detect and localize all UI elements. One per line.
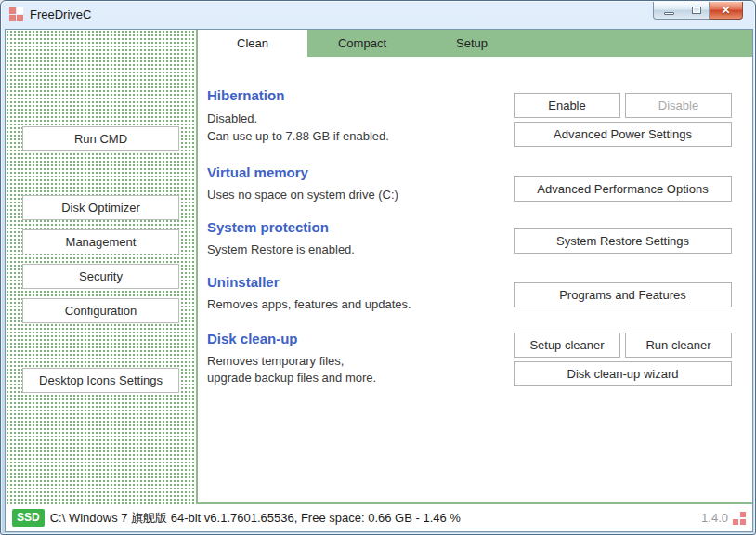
disk-cleanup-heading: Disk clean-up [207,331,298,346]
advanced-power-settings-button[interactable]: Advanced Power Settings [514,122,732,147]
security-button[interactable]: Security [22,264,179,289]
close-icon: ✕ [721,5,730,16]
disk-cleanup-line-1: Removes temporary files, [207,354,344,368]
titlebar: FreeDriveC ✕ [1,1,755,29]
management-button[interactable]: Management [22,229,179,254]
mini-logo-icon [733,512,746,525]
client-area: Run CMD Disk Optimizer Management Securi… [5,29,753,532]
tab-bar: Clean Compact Setup [198,30,752,57]
virtual-memory-heading: Virtual memory [207,164,308,180]
uninstaller-heading: Uninstaller [207,274,280,290]
tab-clean[interactable]: Clean [198,30,307,57]
system-restore-settings-button[interactable]: System Restore Settings [514,228,732,254]
tab-setup[interactable]: Setup [417,30,527,57]
advanced-performance-options-button[interactable]: Advanced Performance Options [514,176,732,202]
virtual-memory-line-1: Uses no space on system drive (C:) [207,188,398,202]
content-panel: Clean Compact Setup Hibernation Disabled… [196,30,752,504]
window-title: FreeDriveC [30,7,91,21]
uninstaller-line-1: Removes apps, features and updates. [207,297,411,311]
desktop-icons-settings-button[interactable]: Desktop Icons Settings [22,368,179,393]
ssd-badge: SSD [12,509,45,526]
tab-compact[interactable]: Compact [307,30,417,57]
hibernation-heading: Hibernation [207,87,284,103]
sidebar: Run CMD Disk Optimizer Management Securi… [6,30,196,504]
maximize-button[interactable] [684,2,710,20]
minimize-button[interactable] [653,2,684,20]
configuration-button[interactable]: Configuration [22,298,179,323]
enable-button[interactable]: Enable [514,93,620,118]
hibernation-line-1: Disabled. [207,111,257,125]
disable-button[interactable]: Disable [625,93,732,118]
app-version: 1.4.0 [701,511,728,525]
app-logo-icon [9,7,24,22]
disk-cleanup-wizard-button[interactable]: Disk clean-up wizard [514,361,732,386]
minimize-icon [664,12,674,15]
system-protection-heading: System protection [207,219,329,235]
app-window: FreeDriveC ✕ Run CMD Disk Optimizer Mana… [0,0,756,535]
run-cmd-button[interactable]: Run CMD [22,126,179,151]
programs-and-features-button[interactable]: Programs and Features [514,282,732,307]
system-protection-line-1: System Restore is enabled. [207,242,355,256]
setup-cleaner-button[interactable]: Setup cleaner [514,333,620,358]
window-controls: ✕ [653,2,743,20]
disk-cleanup-line-2: upgrade backup files and more. [207,371,376,385]
system-info-text: C:\ Windows 7 旗舰版 64-bit v6.1.7601.65536… [50,510,461,527]
close-button[interactable]: ✕ [710,2,743,20]
disk-optimizer-button[interactable]: Disk Optimizer [22,195,179,220]
hibernation-line-2: Can use up to 7.88 GB if enabled. [207,129,389,143]
maximize-icon [692,7,701,14]
run-cleaner-button[interactable]: Run cleaner [625,333,732,358]
status-bar: SSD C:\ Windows 7 旗舰版 64-bit v6.1.7601.6… [6,504,752,531]
